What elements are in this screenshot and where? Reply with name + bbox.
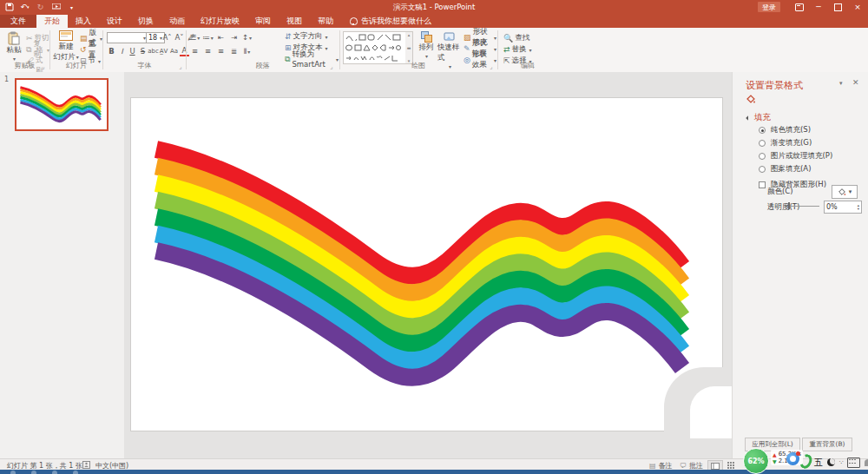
radio-icon [759, 140, 766, 147]
windows-taskbar[interactable] [0, 470, 868, 474]
fill-section-header[interactable]: 填充 [746, 112, 771, 123]
minimize-icon[interactable]: ─ [812, 1, 825, 13]
spinner-arrows-icon[interactable]: ▴▾ [858, 204, 859, 211]
slide[interactable] [130, 97, 723, 431]
paragraph-dialog-launcher[interactable]: ⌟ [328, 63, 335, 70]
line-spacing-icon[interactable]: ↕▾ [242, 33, 252, 43]
taskbar-app-icon[interactable] [10, 471, 16, 474]
ime-moon-icon[interactable] [827, 458, 835, 466]
text-shadow-button[interactable]: abc [148, 47, 158, 56]
reset-background-button[interactable]: 重置背景(B) [802, 438, 852, 451]
slide-sorter-view-button[interactable] [727, 462, 734, 469]
accessibility-icon[interactable] [82, 461, 90, 469]
group-clipboard: 粘贴 ▾ ✂剪切 ⧉复制▾ 🖌格式刷 剪贴板 ⌟ [0, 28, 49, 72]
tab-设计[interactable]: 设计 [99, 15, 130, 28]
overlapping-window-corner-inner [690, 386, 732, 438]
taskbar-app-icon[interactable] [52, 471, 57, 474]
paste-button[interactable]: 粘贴 ▾ [3, 31, 24, 62]
clipboard-dialog-launcher[interactable]: ⌟ [40, 63, 47, 70]
transparency-spinner[interactable]: 0% ▴▾ [824, 201, 862, 214]
transparency-slider-track[interactable] [790, 206, 819, 207]
pane-close-icon[interactable]: ✕ [852, 78, 859, 87]
reset-button[interactable]: ↺重置 [80, 44, 102, 55]
tab-切换[interactable]: 切换 [130, 15, 161, 28]
rainbow-freeform-shape[interactable] [131, 98, 724, 432]
ime-keyboard-icon[interactable] [847, 458, 860, 468]
download-arrow-icon: ▼ [773, 458, 777, 464]
slide-thumbnail-pane: 1 [0, 72, 125, 458]
tellme[interactable]: 告诉我你想要做什么 [350, 15, 431, 28]
new-slide-button[interactable]: 新建 幻灯片▾ [52, 30, 80, 63]
shapes-gallery[interactable] [343, 31, 407, 64]
text-direction-button[interactable]: ⇵文字方向▾ [285, 31, 328, 42]
increase-indent-icon[interactable]: ⇥ [229, 33, 239, 43]
shape-row-basic [345, 44, 401, 51]
replace-button[interactable]: ⇄替换▾ [503, 44, 532, 55]
group-editing: 🔍查找 ⇄替换▾ ⇱选择▾ 编辑 [498, 28, 557, 72]
strikethrough-button[interactable]: S [138, 47, 148, 56]
radio-icon [759, 127, 766, 134]
format-background-pane: 设置背景格式 ▾ ✕ 填充 纯色填充(S)渐变填充(G)图片或纹理填充(P)图案… [732, 72, 868, 458]
align-center-icon[interactable]: ≡ [203, 47, 213, 56]
ribbon-display-options-icon[interactable] [793, 1, 806, 13]
browser-tray-icon[interactable] [786, 452, 799, 465]
checkbox-icon [759, 181, 766, 188]
tab-开始[interactable]: 开始 [36, 15, 68, 28]
tab-文件[interactable]: 文件 [0, 15, 36, 28]
tab-strip: 文件开始插入设计切换动画幻灯片放映审阅视图帮助 告诉我你想要做什么 [0, 15, 868, 28]
fill-option-2[interactable]: 图片或纹理填充(P) [759, 152, 832, 161]
notes-icon: ▤ [649, 462, 656, 470]
maximize-icon[interactable] [832, 1, 844, 13]
sign-in-button[interactable]: 登录 [758, 2, 780, 12]
tab-幻灯片放映[interactable]: 幻灯片放映 [193, 15, 247, 28]
shrink-font-button[interactable]: A˅ [174, 33, 184, 43]
transparency-label: 透明度(T) [767, 202, 799, 213]
bullets-icon[interactable]: ☰▾ [190, 33, 200, 43]
close-icon[interactable]: × [852, 1, 864, 13]
ime-sparkle-icon[interactable]: ⸪ [839, 459, 843, 466]
shapes-gallery-scrollbar[interactable]: ▴▬▾ [405, 31, 413, 64]
fill-bucket-icon[interactable] [746, 94, 755, 103]
arrange-button[interactable]: 排列▾ [417, 31, 436, 59]
color-picker-button[interactable]: ▾ [832, 185, 858, 199]
status-bar: 幻灯片 第 1 张，共 1 张 中文(中国) ▤备注 🗩批注 [0, 458, 868, 471]
bold-button[interactable]: B [107, 47, 116, 56]
italic-button[interactable]: I [117, 47, 127, 56]
slide-thumbnail-1[interactable] [15, 78, 108, 131]
color-label: 颜色(C) [767, 187, 793, 197]
ribbon: 粘贴 ▾ ✂剪切 ⧉复制▾ 🖌格式刷 剪贴板 ⌟ 新建 幻灯片▾ ▤版式▾ ↺重… [0, 28, 868, 73]
justify-icon[interactable]: ≣ [229, 47, 239, 56]
numbering-icon[interactable]: ≔▾ [203, 33, 213, 43]
tab-视图[interactable]: 视图 [279, 15, 310, 28]
font-name-combo[interactable]: ▾ [107, 32, 148, 43]
shape-row-recent [345, 34, 401, 41]
tab-审阅[interactable]: 审阅 [247, 15, 279, 28]
align-right-icon[interactable]: ≡ [216, 47, 226, 56]
taskbar-app-icon[interactable] [31, 471, 36, 474]
powerpoint-window: ↶▾ ↻ ▾ 演示文稿1 - PowerPoint 登录 ─ × 文件开始插入设… [0, 0, 868, 474]
fill-option-1[interactable]: 渐变填充(G) [759, 139, 812, 148]
taskbar-app-icon[interactable] [73, 471, 78, 474]
pane-options-icon[interactable]: ▾ [839, 80, 843, 87]
tab-插入[interactable]: 插入 [68, 15, 99, 28]
find-button[interactable]: 🔍查找 [503, 33, 529, 43]
fill-option-0[interactable]: 纯色填充(S) [759, 126, 811, 135]
tab-帮助[interactable]: 帮助 [310, 15, 341, 28]
align-left-icon[interactable]: ≡ [190, 47, 200, 56]
ime-mode-button[interactable]: 五 [814, 457, 823, 469]
accelerator-ball[interactable]: 62% [743, 448, 769, 474]
char-spacing-button[interactable]: A̲V [159, 47, 168, 56]
tab-动画[interactable]: 动画 [161, 15, 193, 28]
fill-option-3[interactable]: 图案填充(A) [759, 165, 811, 174]
ime-profile-icon[interactable] [865, 459, 868, 466]
slide-editing-area[interactable] [124, 72, 732, 458]
font-dialog-launcher[interactable]: ⌟ [177, 63, 184, 70]
clipboard-icon [8, 31, 20, 45]
decrease-indent-icon[interactable]: ⇤ [216, 33, 226, 43]
drawing-dialog-launcher[interactable]: ⌟ [488, 63, 495, 70]
grow-font-button[interactable]: A˄ [162, 33, 172, 43]
change-case-button[interactable]: Aa [169, 47, 179, 56]
columns-icon[interactable]: ⫴▾ [242, 47, 252, 56]
search-icon: 🔍 [503, 34, 513, 43]
underline-button[interactable]: U [128, 47, 137, 56]
